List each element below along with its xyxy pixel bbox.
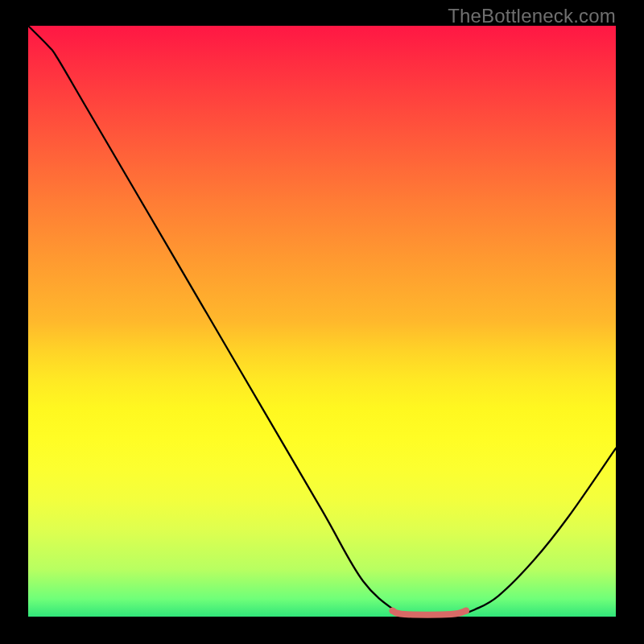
chart-frame: TheBottleneck.com [0,0,644,644]
series-highlight-flat-min [393,611,466,615]
highlight-endpoint [390,608,396,614]
highlight-endpoint [463,608,469,614]
chart-svg [0,0,644,644]
series-bottleneck-curve [28,26,616,616]
